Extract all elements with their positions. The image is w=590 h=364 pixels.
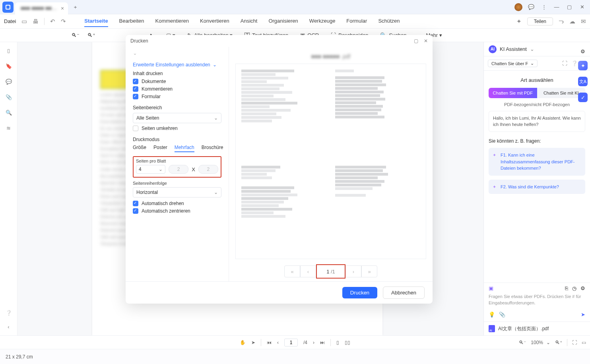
translate-icon[interactable]: 文A — [578, 77, 588, 86]
fullscreen-icon[interactable]: ⛶ — [572, 340, 577, 345]
tab-kommentieren[interactable]: Kommentieren — [155, 15, 189, 27]
collapse-icon[interactable]: ‹ — [8, 324, 9, 330]
zoom-in2-icon[interactable]: 🔍︎⁺ — [555, 340, 562, 345]
close-icon[interactable]: × — [61, 5, 64, 12]
chevron-down-icon[interactable]: ⌄ — [530, 46, 534, 52]
single-page-icon[interactable]: ▯ — [336, 340, 339, 345]
grid-rows-input[interactable]: 2 — [198, 165, 218, 174]
pages-per-sheet-select[interactable]: 4⌄ — [136, 165, 165, 174]
chevron-collapse-icon[interactable]: ⌄ — [133, 50, 137, 56]
dlg-maximize-icon[interactable]: ▢ — [414, 38, 418, 44]
tab-ansicht[interactable]: Ansicht — [241, 15, 258, 27]
read-mode-icon[interactable]: ▭ — [582, 340, 586, 345]
zoom-select[interactable]: 100%⌄ — [531, 340, 550, 345]
last-page-button[interactable]: » — [361, 265, 377, 277]
comments-icon[interactable]: 💬 — [6, 79, 12, 85]
maximize-icon[interactable]: ▢ — [564, 2, 575, 13]
minimize-icon[interactable]: — — [551, 2, 562, 13]
cloud-icon[interactable]: ☁ — [569, 18, 575, 25]
print-button[interactable]: Drucken — [342, 287, 377, 298]
tab-werkzeuge[interactable]: Werkzeuge — [309, 15, 336, 27]
mode-size[interactable]: Größe — [133, 145, 146, 152]
mail-icon[interactable]: ✉ — [581, 18, 586, 25]
share-button[interactable]: Teilen — [527, 17, 553, 25]
copy-icon[interactable]: ⎘ — [565, 285, 568, 291]
hand-tool-icon[interactable]: ✋ — [240, 340, 246, 345]
message-icon[interactable]: 💬 — [526, 2, 537, 13]
cancel-button[interactable]: Abbrechen — [383, 287, 425, 299]
grid-cols-input[interactable]: 2 — [169, 165, 188, 174]
chk-comments[interactable] — [133, 86, 138, 92]
prev-icon[interactable]: ‹ — [277, 340, 279, 345]
zoom-in-icon[interactable]: 🔍︎⁺ — [87, 32, 95, 38]
chk-form[interactable] — [133, 94, 138, 99]
settings-icon[interactable]: ⚙ — [580, 285, 585, 291]
order-title: Seitenreihenfolge — [133, 181, 221, 186]
toggle-advanced-link[interactable]: Erweiterte Einstellungen ausblenden⌄ — [133, 62, 221, 68]
page-order-select[interactable]: Horizontal⌄ — [133, 187, 221, 197]
avatar-icon[interactable] — [513, 2, 524, 13]
last-icon[interactable]: ⏭ — [320, 340, 325, 345]
more-icon[interactable]: ⋮ — [538, 2, 549, 13]
file-menu[interactable]: Datei — [4, 18, 16, 24]
undo-icon[interactable]: ↶ — [50, 18, 55, 25]
right-rail: ⚙ ✦ 文A ✓ — [576, 42, 590, 102]
history-icon[interactable]: ◷ — [572, 285, 576, 291]
tab-startseite[interactable]: Startseite — [84, 15, 108, 27]
first-page-button[interactable]: « — [284, 265, 300, 277]
tab-bearbeiten[interactable]: Bearbeiten — [119, 15, 144, 27]
tab-organisieren[interactable]: Organisieren — [268, 15, 298, 27]
layers-icon[interactable]: ≋ — [6, 125, 11, 131]
thumbnails-icon[interactable]: ▯ — [7, 48, 10, 54]
ai-suggestion-2[interactable]: F2. Was sind die Kernpunkte? — [489, 180, 585, 194]
mode-multiple[interactable]: Mehrfach — [175, 145, 194, 152]
help-icon[interactable]: ❔ — [6, 310, 12, 316]
chk-auto-rotate[interactable] — [133, 201, 138, 206]
check-float-icon[interactable]: ✓ — [578, 93, 588, 102]
bulb-icon[interactable]: 💡 — [489, 312, 495, 318]
expand-icon[interactable]: ⛶ — [562, 60, 567, 66]
mode-poster[interactable]: Poster — [153, 145, 167, 152]
ai-float-icon[interactable]: ✦ — [578, 61, 588, 70]
attach-icon[interactable]: 📎 — [499, 312, 505, 318]
prev-page-button[interactable]: ‹ — [300, 265, 316, 277]
next-page-button[interactable]: › — [345, 265, 361, 277]
page-input[interactable] — [284, 339, 298, 347]
select-tool-icon[interactable]: ➤ — [251, 340, 255, 345]
page-range-select[interactable]: Alle Seiten⌄ — [133, 113, 221, 123]
attachments-icon[interactable]: 📎 — [6, 94, 12, 100]
ai-input[interactable]: Fragen Sie etwas über PDFs. Drücken Sie … — [484, 294, 590, 309]
sliders-icon[interactable]: ⚙ — [580, 48, 585, 54]
screenshot-icon[interactable]: ▣ — [489, 285, 493, 291]
mode-booklet[interactable]: Broschüre — [202, 145, 223, 152]
next-icon[interactable]: › — [313, 340, 314, 345]
zoom-out2-icon[interactable]: 🔍︎⁻ — [519, 340, 526, 345]
continuous-icon[interactable]: ▯▯ — [345, 340, 350, 345]
tab-formular[interactable]: Formular — [346, 15, 367, 27]
idea-icon[interactable]: ✦ — [516, 18, 522, 25]
tab-schuetzen[interactable]: Schützen — [378, 15, 400, 27]
chk-auto-center[interactable] — [133, 208, 138, 214]
send-icon[interactable]: ➤ — [581, 312, 585, 318]
menu-bar: Datei ▭ 🖶 ↶ ↷ Startseite Bearbeiten Komm… — [0, 14, 590, 29]
ai-file-row[interactable]: AI文章（包括页面）.pdf — [484, 321, 590, 335]
dlg-close-icon[interactable]: ✕ — [424, 38, 428, 44]
chk-reverse[interactable] — [133, 126, 138, 131]
document-tab[interactable]: ■■■ ■■■■ ■■… × — [15, 2, 68, 14]
ai-suggestion-1[interactable]: F1. Kann ich eine Inhaltszusammenfassung… — [489, 148, 585, 176]
search-side-icon[interactable]: 🔍 — [6, 110, 12, 116]
first-icon[interactable]: ⏮ — [267, 340, 272, 345]
ai-scope-dropdown[interactable]: Chatten Sie über F⌄ — [488, 60, 538, 67]
new-tab-button[interactable]: ＋ — [70, 2, 81, 13]
save-icon[interactable]: ▭ — [21, 18, 27, 25]
zoom-out-icon[interactable]: 🔍︎⁻ — [72, 32, 80, 38]
tab-konvertieren[interactable]: Konvertieren — [200, 15, 229, 27]
page-indicator[interactable]: 1 /1 — [316, 264, 345, 279]
redo-icon[interactable]: ↷ — [61, 18, 66, 25]
chk-documents[interactable] — [133, 79, 138, 84]
link-icon[interactable]: ᓓ — [559, 18, 564, 25]
bookmarks-icon[interactable]: 🔖 — [6, 63, 12, 69]
chat-pdf-pill[interactable]: Chatten Sie mit PDF — [489, 88, 537, 98]
close-window-icon[interactable]: ✕ — [576, 2, 588, 13]
print-icon[interactable]: 🖶 — [33, 18, 39, 25]
